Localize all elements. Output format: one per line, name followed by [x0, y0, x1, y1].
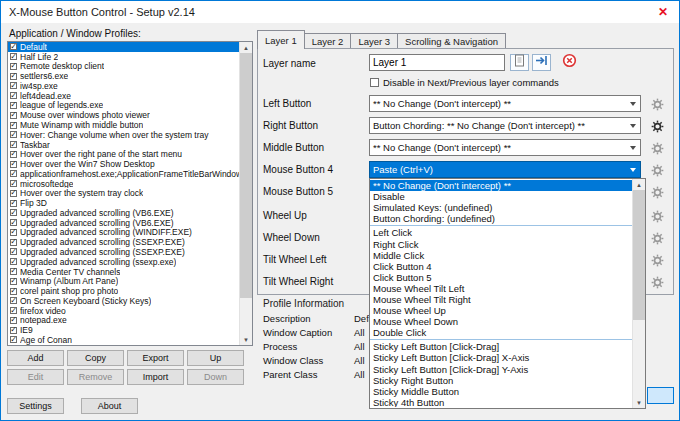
- gear-icon[interactable]: [649, 141, 665, 156]
- combo-middle-button[interactable]: ** No Change (Don't intercept) **: [369, 139, 641, 156]
- export-button[interactable]: Export: [127, 350, 184, 366]
- profile-list-item[interactable]: ✓Upgraded advanced scrolling (ssexp.exe): [8, 257, 239, 267]
- scroll-up-icon[interactable]: ▲: [240, 42, 252, 53]
- gear-icon[interactable]: [649, 97, 665, 112]
- profile-checkbox-icon[interactable]: ✓: [10, 278, 17, 285]
- profile-list-item[interactable]: ✓Mute Winamp with middle button: [8, 120, 239, 130]
- title-bar[interactable]: X-Mouse Button Control - Setup v2.14: [1, 1, 679, 23]
- profile-checkbox-icon[interactable]: ✓: [10, 131, 17, 138]
- profile-list-item[interactable]: ✓Taskbar: [8, 140, 239, 150]
- dropdown-item[interactable]: Disable: [370, 191, 632, 202]
- combo-left-button[interactable]: ** No Change (Don't intercept) **: [369, 95, 641, 112]
- add-button[interactable]: Add: [7, 350, 64, 366]
- profiles-scrollbar[interactable]: ▲ ▼: [239, 42, 252, 345]
- profile-checkbox-icon[interactable]: ✓: [10, 141, 17, 148]
- profile-checkbox-icon[interactable]: ✓: [10, 161, 17, 168]
- dropdown-scroll-down-icon[interactable]: ▼: [633, 397, 645, 408]
- dropdown-item[interactable]: Simulated Keys: (undefined): [370, 202, 632, 213]
- tab-layer-3[interactable]: Layer 3: [350, 33, 398, 49]
- profile-list-item[interactable]: ✓applicationframehost.exe;ApplicationFra…: [8, 169, 239, 179]
- delete-layer-button[interactable]: [560, 54, 579, 71]
- copy-button[interactable]: Copy: [67, 350, 124, 366]
- dropdown-item[interactable]: Sticky 4th Button: [370, 397, 632, 407]
- dropdown-scroll-up-icon[interactable]: ▲: [633, 179, 645, 190]
- action-dropdown-list[interactable]: ** No Change (Don't intercept) **Disable…: [369, 178, 646, 409]
- profile-list-item[interactable]: ✓Upgraded advanced scrolling (VB6.EXE): [8, 208, 239, 218]
- profile-checkbox-icon[interactable]: ✓: [10, 288, 17, 295]
- profile-list-item[interactable]: ✓Flip 3D: [8, 198, 239, 208]
- dropdown-item[interactable]: Mouse Wheel Tilt Right: [370, 294, 632, 305]
- dropdown-item[interactable]: Double Click: [370, 327, 632, 338]
- profile-checkbox-icon[interactable]: ✓: [10, 122, 17, 129]
- dropdown-item[interactable]: Mouse Wheel Tilt Left: [370, 283, 632, 294]
- profile-list-item[interactable]: ✓league of legends.exe: [8, 101, 239, 111]
- profile-checkbox-icon[interactable]: ✓: [10, 209, 17, 216]
- obscured-dialog-button[interactable]: [647, 387, 674, 404]
- dropdown-item[interactable]: Middle Click: [370, 250, 632, 261]
- profile-list-item[interactable]: ✓Half Life 2: [8, 52, 239, 62]
- profile-checkbox-icon[interactable]: ✓: [10, 317, 17, 324]
- profile-list-item[interactable]: ✓Age of Conan: [8, 335, 239, 345]
- dropdown-item[interactable]: Sticky Left Button [Click-Drag]: [370, 341, 632, 352]
- dropdown-scrollbar-thumb[interactable]: [633, 190, 645, 320]
- dropdown-item[interactable]: Left Click: [370, 227, 632, 238]
- profile-checkbox-icon[interactable]: ✓: [10, 43, 17, 50]
- gear-icon[interactable]: [649, 185, 665, 200]
- dropdown-item[interactable]: ** No Change (Don't intercept) **: [370, 180, 632, 191]
- profile-checkbox-icon[interactable]: ✓: [10, 102, 17, 109]
- apply-layer-button[interactable]: [532, 54, 551, 71]
- profile-checkbox-icon[interactable]: ✓: [10, 180, 17, 187]
- profile-checkbox-icon[interactable]: ✓: [10, 219, 17, 226]
- disable-layer-checkbox-row[interactable]: Disable in Next/Previous layer commands: [370, 77, 559, 88]
- dropdown-item[interactable]: Mouse Wheel Down: [370, 316, 632, 327]
- profile-list-item[interactable]: ✓Upgraded advanced scrolling (SSEXP.EXE): [8, 247, 239, 257]
- profile-list-item[interactable]: ✓Upgraded advanced scrolling (SSEXP.EXE): [8, 237, 239, 247]
- gear-icon[interactable]: [649, 163, 665, 178]
- close-button[interactable]: ✕: [649, 2, 677, 22]
- profile-checkbox-icon[interactable]: ✓: [10, 170, 17, 177]
- gear-icon[interactable]: [649, 275, 665, 290]
- profile-checkbox-icon[interactable]: ✓: [10, 258, 17, 265]
- dropdown-item[interactable]: Sticky Left Button [Click-Drag] X-Axis: [370, 352, 632, 363]
- profile-checkbox-icon[interactable]: ✓: [10, 200, 17, 207]
- import-button[interactable]: Import: [127, 369, 184, 385]
- dropdown-item[interactable]: Sticky Right Button: [370, 375, 632, 386]
- layer-name-input[interactable]: [369, 54, 505, 71]
- gear-icon[interactable]: [649, 253, 665, 268]
- profile-checkbox-icon[interactable]: ✓: [10, 229, 17, 236]
- profile-checkbox-icon[interactable]: ✓: [10, 239, 17, 246]
- tab-scrolling-navigation[interactable]: Scrolling & Navigation: [397, 33, 506, 49]
- profile-list-item[interactable]: ✓settlers6.exe: [8, 71, 239, 81]
- profile-checkbox-icon[interactable]: ✓: [10, 82, 17, 89]
- dropdown-item[interactable]: Mouse Wheel Up: [370, 305, 632, 316]
- combo-right-button[interactable]: Button Chording: ** No Change (Don't int…: [369, 117, 641, 134]
- profile-list-item[interactable]: ✓notepad.exe: [8, 315, 239, 325]
- tab-layer-1[interactable]: Layer 1: [257, 30, 305, 49]
- profile-list-item[interactable]: ✓left4dead.exe: [8, 91, 239, 101]
- checkbox-icon[interactable]: [370, 78, 379, 87]
- profile-list-item[interactable]: ✓Winamp (Album Art Pane): [8, 276, 239, 286]
- dropdown-item[interactable]: Click Button 5: [370, 272, 632, 283]
- gear-icon[interactable]: [649, 119, 665, 134]
- profile-list-item[interactable]: ✓Hover over the system tray clock: [8, 188, 239, 198]
- profile-list-item[interactable]: ✓corel paint shop pro photo: [8, 286, 239, 296]
- dropdown-item[interactable]: Sticky Middle Button: [370, 386, 632, 397]
- profile-checkbox-icon[interactable]: ✓: [10, 248, 17, 255]
- profile-list-item[interactable]: ✓Upgraded advanced scrolling (VB6.EXE): [8, 218, 239, 228]
- settings-button[interactable]: Settings: [7, 398, 64, 414]
- profile-list-item[interactable]: ✓Hover over the right pane of the start …: [8, 149, 239, 159]
- profile-checkbox-icon[interactable]: ✓: [10, 336, 17, 343]
- profile-list-item[interactable]: ✓Hover over the Win7 Show Desktop: [8, 159, 239, 169]
- dropdown-item[interactable]: Button Chording: (undefined): [370, 213, 632, 224]
- profile-list-item[interactable]: ✓Mouse over windows photo viewer: [8, 110, 239, 120]
- profiles-listbox[interactable]: ✓Default✓Half Life 2✓Remote desktop clie…: [7, 41, 253, 346]
- profile-checkbox-icon[interactable]: ✓: [10, 112, 17, 119]
- tab-layer-2[interactable]: Layer 2: [304, 33, 352, 49]
- profile-checkbox-icon[interactable]: ✓: [10, 297, 17, 304]
- profile-checkbox-icon[interactable]: ✓: [10, 151, 17, 158]
- about-button[interactable]: About: [81, 398, 138, 414]
- profile-list-item[interactable]: ✓iw4sp.exe: [8, 81, 239, 91]
- profile-list-item[interactable]: ✓Media Center TV channels: [8, 267, 239, 277]
- gear-icon[interactable]: [649, 231, 665, 246]
- dropdown-item[interactable]: Sticky Left Button [Click-Drag] Y-Axis: [370, 364, 632, 375]
